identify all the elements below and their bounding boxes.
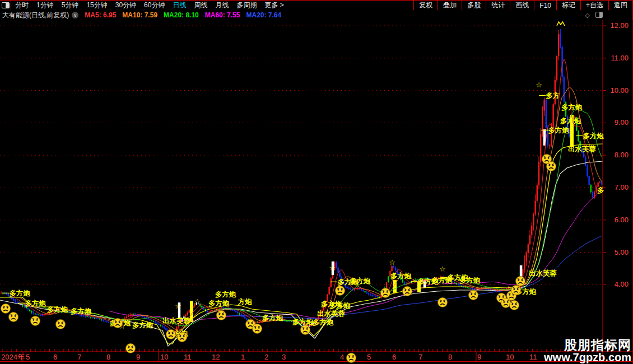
watermark-site-url: www.7gpzb.com — [544, 352, 631, 363]
signal-label: 多方炮 — [262, 314, 283, 322]
month-tick-label: 8 — [448, 353, 452, 361]
add-watchlist-button[interactable]: +自选 — [580, 1, 608, 10]
chevron-down-icon[interactable]: ∨ — [72, 12, 78, 18]
month-tick-label: 9 — [477, 353, 481, 361]
peak-marker-icon — [557, 22, 565, 26]
signal-label: 多方炮 — [560, 116, 581, 125]
signal-label: 出水芙蓉 — [317, 310, 346, 318]
month-tick-label: 5 — [367, 353, 371, 361]
layout-toggle-button[interactable] — [0, 1, 11, 10]
signal-label: 方炮 — [238, 297, 253, 306]
tab-monthly[interactable]: 月线 — [211, 1, 232, 10]
signal-label: 多 — [597, 186, 604, 194]
signal-label: 一多方炮 — [18, 299, 46, 307]
gridlines: 12.0011.0010.009.008.007.006.005.004.00 — [0, 21, 629, 288]
month-tick-label: 11 — [184, 353, 192, 361]
ma10-legend: MA10: 7.59 — [122, 11, 157, 19]
ma5-legend: MA5: 6.95 — [85, 11, 116, 19]
tab-fenshi[interactable]: 分时 — [11, 1, 32, 10]
ma120-legend: MA20: 7.64 — [246, 11, 281, 19]
split-view-icon[interactable] — [595, 12, 603, 18]
signal-label: 出水芙蓉 — [162, 317, 191, 325]
tab-weekly[interactable]: 周线 — [190, 1, 211, 10]
ma60-legend: MA60: 7.55 — [205, 11, 240, 19]
split-view-icon — [2, 2, 10, 8]
sad-face-emoji — [113, 319, 123, 328]
month-tick-label: 2 — [264, 353, 268, 361]
tab-multi-period[interactable]: 多周期 — [232, 1, 260, 10]
sad-face-emoji — [516, 277, 525, 286]
signal-label: 多方炮 — [390, 272, 412, 280]
period-tabs: 分时 1分钟 5分钟 15分钟 30分钟 60分钟 日线 周线 月线 多周期 更… — [11, 1, 413, 10]
draw-line-button[interactable]: 画线 — [510, 1, 534, 10]
sad-face-emoji — [547, 162, 556, 171]
tab-15min[interactable]: 15分钟 — [82, 1, 111, 10]
sad-face-emoji — [301, 325, 310, 335]
price-tick-label: 4.00 — [615, 280, 629, 288]
month-tick-label: 3 — [282, 353, 286, 361]
overlay-button[interactable]: 叠加 — [437, 1, 462, 10]
mark-button[interactable]: 标记 — [556, 1, 580, 10]
sad-face-emoji — [336, 286, 345, 296]
star-marker: ☆ — [389, 258, 395, 267]
price-tick-label: 7.00 — [615, 183, 629, 192]
multi-stock-button[interactable]: 多股 — [462, 1, 486, 10]
tab-5min[interactable]: 5分钟 — [58, 1, 83, 10]
tab-more[interactable]: 更多 > — [260, 1, 287, 10]
price-tick-label: 11.00 — [611, 54, 629, 62]
sad-face-emoji — [31, 316, 40, 326]
star-marker: ☆ — [439, 265, 446, 273]
month-tick-label: 4 — [340, 353, 344, 361]
signal-label: 多方炮 — [329, 301, 351, 310]
signal-label: 出水芙蓉 — [529, 269, 557, 277]
sad-face-emoji — [403, 287, 412, 296]
signal-label: 多方炮 — [71, 307, 92, 315]
ma20-legend: MA20: 8.10 — [164, 11, 199, 19]
month-tick-label: 7 — [77, 353, 81, 361]
sad-face-emoji — [217, 311, 226, 320]
slow-ma-lines — [109, 190, 602, 321]
signal-label: 一多方炮 — [541, 126, 570, 134]
month-tick-label: 1 — [241, 353, 245, 361]
candlestick-chart[interactable]: 12.0011.0010.009.008.007.006.005.004.002… — [0, 0, 633, 364]
ma-line-MA60 — [109, 190, 602, 321]
signal-label: 出水芙蓉 — [568, 145, 597, 153]
month-tick-label: 7 — [418, 353, 422, 361]
sad-face-emoji — [347, 353, 356, 363]
stats-button[interactable]: 统计 — [486, 1, 510, 10]
month-tick-label: 2024年 — [1, 353, 25, 361]
month-tick-label: 11 — [529, 353, 537, 361]
tab-1min[interactable]: 1分钟 — [32, 1, 58, 10]
signal-label: 一多方 — [539, 91, 560, 100]
sad-face-emoji — [178, 333, 187, 342]
sad-face-emoji — [56, 320, 66, 329]
tab-60min[interactable]: 60分钟 — [140, 1, 169, 10]
sad-face-emoji — [9, 312, 18, 322]
tab-daily[interactable]: 日线 — [169, 1, 190, 10]
signal-label: 多方炮 — [47, 305, 68, 314]
price-tick-label: 6.00 — [615, 216, 629, 224]
stock-app-window: { "toolbar": { "left": [ {"label":"分时"},… — [0, 0, 633, 364]
price-tick-label: 12.00 — [610, 21, 629, 30]
tab-30min[interactable]: 30分钟 — [111, 1, 140, 10]
star-marker: ☆ — [536, 81, 542, 89]
month-tick-label: 9 — [136, 353, 140, 361]
star-marker: ☆ — [194, 297, 201, 306]
fuquan-button[interactable]: 复权 — [413, 1, 437, 10]
back-button[interactable]: 返回 — [608, 1, 632, 10]
month-tick-label: 10 — [160, 353, 168, 361]
f10-button[interactable]: F10 — [534, 1, 556, 10]
signal-label: 多方炮 — [350, 277, 371, 285]
watermark-site-name: 股朋指标网 — [544, 339, 631, 352]
sad-face-emoji — [253, 324, 262, 334]
signal-label: 一多方炮 — [2, 289, 31, 297]
period-toolbar: 分时 1分钟 5分钟 15分钟 30分钟 60分钟 日线 周线 月线 多周期 更… — [0, 0, 633, 11]
star-marker: ☆ — [329, 264, 336, 272]
header-corner-icons: ◇ — [585, 11, 603, 19]
signal-label: 多方炮 — [313, 318, 334, 326]
site-watermark: 股朋指标网 www.7gpzb.com — [544, 339, 631, 363]
sad-face-emoji — [126, 344, 136, 353]
sad-face-emoji — [511, 286, 521, 295]
diamond-icon[interactable]: ◇ — [585, 12, 595, 18]
chart-annotations: 一多方炮一多方炮多方炮多方炮多方炮多方炮出水芙蓉多方炮多方炮多方炮方炮多方炮多方… — [1, 22, 604, 363]
